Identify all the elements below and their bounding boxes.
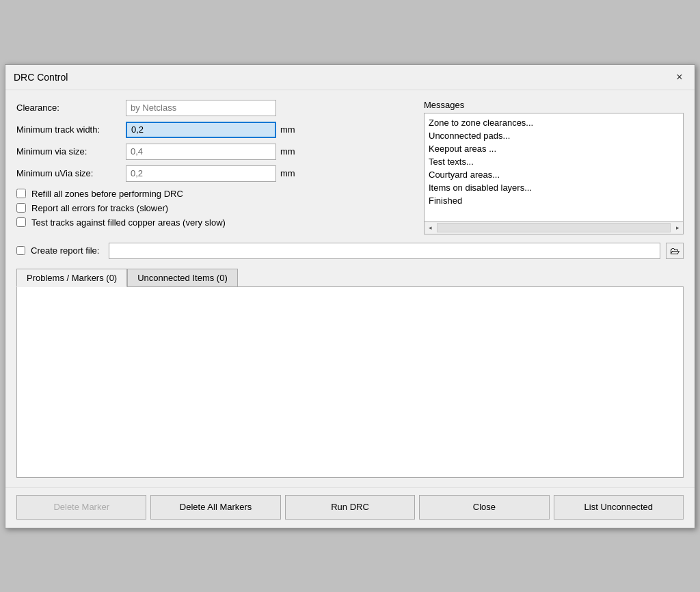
min-uvia-row: Minimum uVia size: mm bbox=[16, 165, 410, 182]
list-item: Zone to zone clearances... bbox=[429, 116, 679, 129]
scroll-track bbox=[437, 223, 671, 232]
min-uvia-label: Minimum uVia size: bbox=[16, 168, 126, 178]
main-content: Clearance: Minimum track width: mm Minim… bbox=[5, 90, 695, 487]
messages-horizontal-scrollbar[interactable]: ◂ ▸ bbox=[424, 222, 684, 234]
tab-unconnected-items[interactable]: Unconnected Items (0) bbox=[127, 269, 238, 287]
clearance-row: Clearance: bbox=[16, 100, 410, 116]
right-panel: Messages Zone to zone clearances... Unco… bbox=[424, 100, 684, 234]
list-item: Keepout areas ... bbox=[429, 142, 679, 155]
tab-problems-markers[interactable]: Problems / Markers (0) bbox=[16, 269, 127, 287]
delete-marker-button[interactable]: Delete Marker bbox=[16, 495, 146, 520]
test-tracks-checkbox[interactable] bbox=[16, 217, 26, 227]
list-item: Items on disabled layers... bbox=[429, 181, 679, 194]
min-via-input[interactable] bbox=[126, 144, 276, 160]
bottom-buttons: Delete Marker Delete All Markers Run DRC… bbox=[5, 487, 695, 528]
test-tracks-label: Test tracks against filled copper areas … bbox=[31, 217, 226, 228]
min-uvia-input[interactable] bbox=[126, 165, 276, 182]
min-via-unit: mm bbox=[280, 146, 295, 157]
list-item: Finished bbox=[429, 194, 679, 207]
list-item: Unconnected pads... bbox=[429, 129, 679, 142]
drc-control-window: DRC Control × Clearance: Minimum track w… bbox=[5, 64, 695, 528]
min-via-label: Minimum via size: bbox=[16, 146, 126, 157]
clearance-input[interactable] bbox=[126, 100, 276, 116]
test-tracks-checkbox-row: Test tracks against filled copper areas … bbox=[16, 217, 410, 228]
close-window-button[interactable]: × bbox=[673, 70, 686, 84]
browse-folder-button[interactable]: 🗁 bbox=[666, 243, 684, 259]
create-report-label: Create report file: bbox=[31, 245, 99, 256]
report-file-row: Create report file: 🗁 bbox=[16, 243, 684, 259]
close-button[interactable]: Close bbox=[419, 495, 549, 520]
refill-checkbox[interactable] bbox=[16, 189, 26, 198]
tabs-row: Problems / Markers (0) Unconnected Items… bbox=[16, 269, 684, 287]
left-panel: Clearance: Minimum track width: mm Minim… bbox=[16, 100, 410, 234]
refill-label: Refill all zones before performing DRC bbox=[31, 189, 183, 199]
report-file-input[interactable] bbox=[109, 243, 660, 259]
messages-scroll-container[interactable]: Zone to zone clearances... Unconnected p… bbox=[424, 113, 684, 222]
clearance-label: Clearance: bbox=[16, 103, 126, 113]
report-errors-checkbox[interactable] bbox=[16, 203, 26, 213]
scroll-right-arrow[interactable]: ▸ bbox=[672, 222, 683, 233]
scroll-left-arrow[interactable]: ◂ bbox=[425, 222, 435, 233]
title-bar: DRC Control × bbox=[5, 65, 695, 90]
messages-list: Zone to zone clearances... Unconnected p… bbox=[425, 113, 683, 210]
run-drc-button[interactable]: Run DRC bbox=[285, 495, 415, 520]
report-errors-label: Report all errors for tracks (slower) bbox=[31, 203, 168, 213]
messages-wrapper: Zone to zone clearances... Unconnected p… bbox=[424, 113, 684, 234]
report-errors-checkbox-row: Report all errors for tracks (slower) bbox=[16, 203, 410, 213]
min-track-row: Minimum track width: mm bbox=[16, 122, 410, 138]
results-panel bbox=[16, 286, 684, 478]
min-uvia-unit: mm bbox=[280, 168, 295, 178]
list-item: Courtyard areas... bbox=[429, 168, 679, 181]
top-section: Clearance: Minimum track width: mm Minim… bbox=[16, 100, 684, 234]
min-via-row: Minimum via size: mm bbox=[16, 144, 410, 160]
messages-title: Messages bbox=[424, 100, 684, 110]
list-item: Test texts... bbox=[429, 155, 679, 168]
refill-checkbox-row: Refill all zones before performing DRC bbox=[16, 189, 410, 199]
min-track-unit: mm bbox=[280, 124, 295, 135]
min-track-input[interactable] bbox=[126, 122, 276, 138]
delete-all-markers-button[interactable]: Delete All Markers bbox=[150, 495, 280, 520]
create-report-checkbox[interactable] bbox=[16, 246, 25, 255]
min-track-label: Minimum track width: bbox=[16, 124, 126, 135]
window-title: DRC Control bbox=[14, 72, 68, 83]
list-unconnected-button[interactable]: List Unconnected bbox=[554, 495, 684, 520]
